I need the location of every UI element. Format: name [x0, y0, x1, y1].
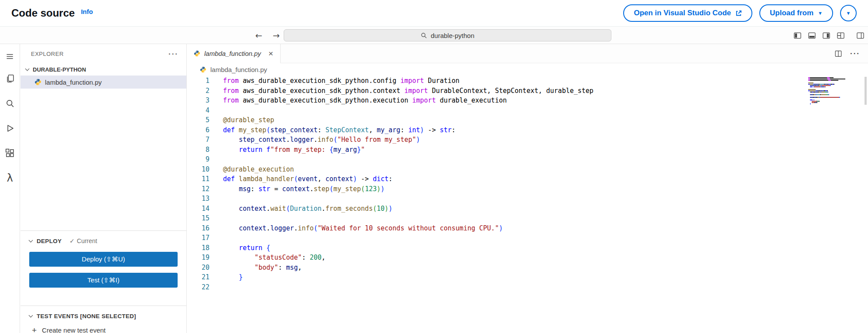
- create-test-event-button[interactable]: + Create new test event: [29, 326, 178, 333]
- tab-title: lambda_function.py: [204, 50, 261, 57]
- deploy-button[interactable]: Deploy (⇧⌘U): [29, 252, 178, 267]
- caret-down-icon: ▼: [818, 11, 823, 16]
- explorer-icon[interactable]: [0, 66, 20, 91]
- scrollbar-thumb[interactable]: [865, 77, 867, 105]
- forward-arrow-icon[interactable]: →: [273, 31, 280, 40]
- upload-from-label: Upload from: [770, 9, 813, 17]
- workbench: λ EXPLORER ··· DURABLE-PYTHON lambda_fun…: [0, 44, 868, 333]
- breadcrumb[interactable]: lambda_function.py: [187, 63, 868, 76]
- code-line[interactable]: 2from aws_durable_execution_sdk_python.c…: [187, 86, 816, 96]
- explorer-header: EXPLORER ···: [21, 44, 186, 63]
- code-line[interactable]: 13: [187, 194, 816, 204]
- deploy-section-header[interactable]: DEPLOY ✓ Current: [29, 236, 178, 246]
- code-line[interactable]: 15: [187, 213, 816, 223]
- line-number: 21: [187, 272, 209, 282]
- code-line[interactable]: 16 context.logger.info("Waited for 10 se…: [187, 223, 816, 233]
- toggle-primary-sidebar-icon[interactable]: [793, 31, 802, 40]
- code-line[interactable]: 10@durable_execution: [187, 165, 816, 175]
- extensions-icon[interactable]: [0, 141, 20, 165]
- layout-controls: [793, 27, 865, 44]
- console-header: Code source Info Open in Visual Studio C…: [0, 0, 868, 26]
- line-number: 4: [187, 106, 209, 116]
- command-center-search[interactable]: durable-python: [284, 29, 611, 41]
- code-line[interactable]: 14 context.wait(Duration.from_seconds(10…: [187, 204, 816, 214]
- line-number: 10: [187, 165, 209, 175]
- search-icon[interactable]: [0, 91, 20, 116]
- code-line[interactable]: 12 msg: str = context.step(my_step(123)): [187, 184, 816, 194]
- line-number: 7: [187, 135, 209, 145]
- code-line[interactable]: 3from aws_durable_execution_sdk_python.e…: [187, 96, 816, 106]
- code-line[interactable]: 19 "statusCode": 200,: [187, 253, 816, 263]
- code-line[interactable]: 6def my_step(step_context: StepContext, …: [187, 125, 816, 135]
- code-line[interactable]: 7 step_context.logger.info("Hello from m…: [187, 135, 816, 145]
- plus-icon: +: [32, 326, 37, 333]
- split-editor-icon[interactable]: [834, 50, 842, 58]
- editor-title-bar: ← → durable-python: [0, 26, 868, 44]
- line-number: 3: [187, 96, 209, 106]
- line-number: 12: [187, 184, 209, 194]
- explorer-sidebar: EXPLORER ··· DURABLE-PYTHON lambda_funct…: [21, 44, 187, 333]
- line-number: 16: [187, 223, 209, 233]
- code-line[interactable]: 9: [187, 154, 816, 165]
- line-number: 20: [187, 263, 209, 273]
- editor-layout-icon[interactable]: [856, 31, 865, 40]
- code-line[interactable]: 11def lambda_handler(event, context) -> …: [187, 174, 816, 184]
- file-lambda-function-py[interactable]: lambda_function.py: [21, 76, 186, 89]
- tab-lambda-function-py[interactable]: lambda_function.py ×: [187, 44, 281, 63]
- code-line[interactable]: 22: [187, 282, 816, 292]
- open-in-vscode-button[interactable]: Open in Visual Studio Code: [623, 4, 752, 22]
- folder-durable-python[interactable]: DURABLE-PYTHON: [21, 63, 186, 76]
- activity-bar: λ: [0, 44, 20, 333]
- customize-layout-icon[interactable]: [837, 31, 845, 40]
- run-debug-icon[interactable]: [0, 116, 20, 141]
- code-line[interactable]: 21 }: [187, 272, 816, 282]
- code-line[interactable]: 8 return f"from my_step: {my_arg}": [187, 145, 816, 155]
- toggle-secondary-sidebar-icon[interactable]: [822, 31, 830, 40]
- explorer-more-button[interactable]: ···: [168, 50, 178, 58]
- search-icon: [421, 32, 427, 39]
- line-number: 15: [187, 213, 209, 223]
- line-number: 9: [187, 154, 209, 165]
- back-arrow-icon[interactable]: ←: [255, 31, 262, 40]
- lambda-code-source-page: Code source Info Open in Visual Studio C…: [0, 0, 868, 333]
- lambda-icon[interactable]: λ: [0, 165, 20, 190]
- editor-more-button[interactable]: ···: [850, 49, 860, 58]
- line-number: 5: [187, 115, 209, 125]
- python-file-icon: [34, 79, 41, 86]
- editor-actions: ···: [834, 44, 868, 63]
- close-icon[interactable]: ×: [268, 49, 273, 58]
- code-editor: 1from aws_durable_execution_sdk_python.c…: [187, 76, 868, 333]
- code-line[interactable]: 17: [187, 233, 816, 243]
- history-navigation: ← →: [255, 27, 280, 44]
- open-in-vscode-label: Open in Visual Studio Code: [634, 9, 731, 17]
- code-line[interactable]: 4: [187, 106, 816, 116]
- chevron-down-icon: [29, 238, 33, 242]
- info-link[interactable]: Info: [81, 8, 93, 15]
- line-number: 18: [187, 243, 209, 253]
- breadcrumb-item: lambda_function.py: [210, 66, 267, 73]
- line-number: 22: [187, 282, 209, 292]
- search-value: durable-python: [431, 32, 474, 39]
- code-line[interactable]: 1from aws_durable_execution_sdk_python.c…: [187, 76, 816, 86]
- line-number: 6: [187, 125, 209, 135]
- file-name: lambda_function.py: [45, 79, 102, 86]
- code-line[interactable]: 20 "body": msg,: [187, 263, 816, 273]
- caret-down-icon: ▼: [846, 11, 851, 16]
- code-line[interactable]: 18 return {: [187, 243, 816, 253]
- menu-icon[interactable]: [0, 47, 20, 66]
- upload-from-button[interactable]: Upload from ▼: [759, 4, 833, 22]
- toggle-panel-icon[interactable]: [808, 31, 816, 40]
- tab-bar: lambda_function.py × ···: [187, 44, 868, 63]
- line-number: 11: [187, 174, 209, 184]
- chevron-down-icon: [29, 313, 33, 317]
- folder-name: DURABLE-PYTHON: [33, 66, 86, 73]
- minimap[interactable]: [808, 77, 845, 106]
- test-button[interactable]: Test (⇧⌘I): [29, 273, 178, 288]
- more-actions-button[interactable]: ▼: [840, 5, 857, 21]
- test-events-header[interactable]: TEST EVENTS [NONE SELECTED]: [29, 311, 178, 321]
- test-events-section: TEST EVENTS [NONE SELECTED] + Create new…: [21, 306, 186, 333]
- line-number: 17: [187, 233, 209, 243]
- deploy-section: DEPLOY ✓ Current Deploy (⇧⌘U) Test (⇧⌘I): [21, 230, 186, 288]
- code-line[interactable]: 5@durable_step: [187, 115, 816, 125]
- line-number: 1: [187, 76, 209, 86]
